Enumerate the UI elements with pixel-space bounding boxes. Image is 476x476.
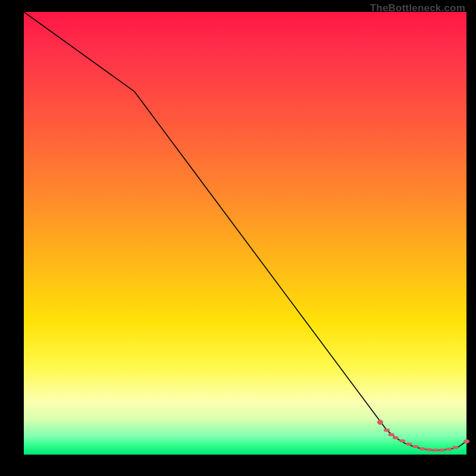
svg-rect-2 bbox=[389, 433, 394, 436]
svg-rect-9 bbox=[433, 449, 439, 452]
chart-container: TheBottleneck.com bbox=[0, 0, 476, 476]
svg-rect-10 bbox=[439, 449, 445, 452]
series-markers bbox=[377, 419, 469, 452]
svg-rect-5 bbox=[406, 443, 412, 446]
svg-rect-7 bbox=[419, 447, 425, 450]
svg-rect-12 bbox=[452, 446, 458, 449]
svg-rect-3 bbox=[393, 436, 399, 439]
svg-point-15 bbox=[465, 439, 469, 443]
svg-rect-8 bbox=[426, 448, 432, 451]
svg-rect-4 bbox=[399, 439, 405, 442]
svg-point-14 bbox=[377, 419, 383, 425]
svg-rect-11 bbox=[446, 448, 452, 451]
series-line bbox=[24, 12, 466, 450]
svg-rect-6 bbox=[412, 445, 418, 448]
plot-area bbox=[24, 12, 466, 455]
svg-rect-1 bbox=[384, 429, 390, 432]
chart-svg bbox=[24, 12, 466, 455]
